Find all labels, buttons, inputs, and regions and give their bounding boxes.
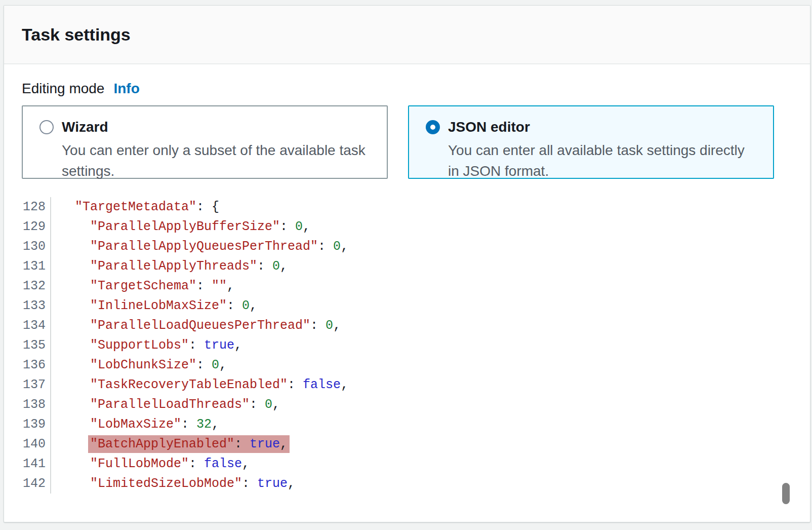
line-number: 139 <box>22 414 51 434</box>
tile-json-editor-description: You can enter all available task setting… <box>426 140 758 182</box>
line-number: 141 <box>22 454 51 474</box>
code-line-137: 137 "TaskRecoveryTableEnabled": false, <box>22 375 792 395</box>
line-number: 142 <box>22 474 51 494</box>
line-number: 137 <box>22 375 51 395</box>
code-line-139: 139 "LobMaxSize": 32, <box>22 414 792 434</box>
editor-scrollbar-thumb[interactable] <box>782 483 790 504</box>
code-content: "SupportLobs": true, <box>51 335 242 355</box>
line-number: 133 <box>22 296 51 316</box>
code-content: "TaskRecoveryTableEnabled": false, <box>51 375 348 395</box>
code-content: "FullLobMode": false, <box>51 454 250 474</box>
code-line-140: 140 "BatchApplyEnabled": true, <box>22 434 792 454</box>
editing-mode-label: Editing mode <box>22 81 104 97</box>
panel-header: Task settings <box>4 6 810 64</box>
code-line-128: 128 "TargetMetadata": { <box>22 197 792 217</box>
line-number: 136 <box>22 355 51 375</box>
code-line-131: 131 "ParallelApplyThreads": 0, <box>22 256 792 276</box>
line-number: 135 <box>22 335 51 355</box>
code-line-132: 132 "TargetSchema": "", <box>22 276 792 296</box>
highlighted-token: "BatchApplyEnabled": true, <box>88 435 290 453</box>
code-content: "LobMaxSize": 32, <box>51 414 219 434</box>
line-number: 129 <box>22 217 51 237</box>
page-title: Task settings <box>22 25 131 45</box>
code-content: "ParallelApplyQueuesPerThread": 0, <box>51 237 348 256</box>
json-editor-code[interactable]: 128 "TargetMetadata": {129 "ParallelAppl… <box>22 197 792 494</box>
line-number: 131 <box>22 256 51 276</box>
code-line-134: 134 "ParallelLoadQueuesPerThread": 0, <box>22 316 792 335</box>
line-number: 128 <box>22 197 51 217</box>
code-content: "TargetSchema": "", <box>51 276 234 296</box>
code-content: "BatchApplyEnabled": true, <box>51 434 288 454</box>
code-line-136: 136 "LobChunkSize": 0, <box>22 355 792 375</box>
code-content: "LimitedSizeLobMode": true, <box>51 474 295 494</box>
code-content: "ParallelApplyThreads": 0, <box>51 256 288 276</box>
info-link[interactable]: Info <box>113 81 139 97</box>
task-settings-panel: Task settings Editing mode Info Wizard Y… <box>4 5 810 522</box>
code-line-135: 135 "SupportLobs": true, <box>22 335 792 355</box>
panel-body: Editing mode Info Wizard You can enter o… <box>4 64 810 494</box>
code-line-129: 129 "ParallelApplyBufferSize": 0, <box>22 217 792 237</box>
code-line-130: 130 "ParallelApplyQueuesPerThread": 0, <box>22 237 792 256</box>
radio-json-editor[interactable] <box>426 120 440 134</box>
code-line-142: 142 "LimitedSizeLobMode": true, <box>22 474 792 494</box>
code-line-133: 133 "InlineLobMaxSize": 0, <box>22 296 792 316</box>
code-content: "InlineLobMaxSize": 0, <box>51 296 257 316</box>
tile-wizard[interactable]: Wizard You can enter only a subset of th… <box>22 105 388 179</box>
line-number: 130 <box>22 237 51 256</box>
code-line-141: 141 "FullLobMode": false, <box>22 454 792 474</box>
radio-wizard[interactable] <box>39 120 54 134</box>
tile-json-editor-label: JSON editor <box>448 119 530 135</box>
tile-json-editor[interactable]: JSON editor You can enter all available … <box>408 105 774 179</box>
code-content: "LobChunkSize": 0, <box>51 355 227 375</box>
line-number: 132 <box>22 276 51 296</box>
editing-mode-tiles: Wizard You can enter only a subset of th… <box>22 105 792 179</box>
editing-mode-row: Editing mode Info <box>22 81 792 97</box>
code-line-138: 138 "ParallelLoadThreads": 0, <box>22 395 792 414</box>
code-content: "ParallelLoadThreads": 0, <box>51 395 280 414</box>
tile-wizard-description: You can enter only a subset of the avail… <box>39 140 372 182</box>
line-number: 134 <box>22 316 51 335</box>
code-content: "TargetMetadata": { <box>51 197 219 217</box>
line-number: 140 <box>22 434 51 454</box>
code-content: "ParallelLoadQueuesPerThread": 0, <box>51 316 341 335</box>
code-content: "ParallelApplyBufferSize": 0, <box>51 217 310 237</box>
line-number: 138 <box>22 395 51 414</box>
tile-wizard-label: Wizard <box>62 119 108 135</box>
